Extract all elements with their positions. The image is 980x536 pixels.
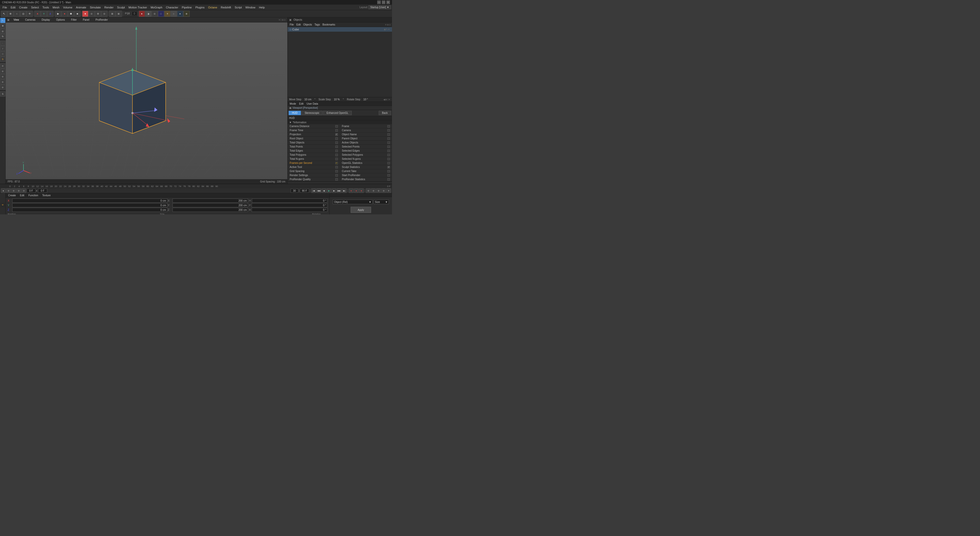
tl-next-frame[interactable]: ▶ xyxy=(332,188,336,193)
hud-tab-back[interactable]: Back xyxy=(379,111,391,115)
hud-camera-check[interactable] xyxy=(387,129,390,132)
menu-volume[interactable]: Volume xyxy=(62,5,74,10)
hud-grid-spacing-check[interactable] xyxy=(335,170,338,173)
maximize-btn[interactable]: □ xyxy=(382,0,385,4)
hud-prorender-stats-check[interactable] xyxy=(387,178,390,181)
size-z-input[interactable] xyxy=(172,208,248,212)
rotate-tool-btn[interactable]: ◎ xyxy=(20,11,26,17)
icon8-btn[interactable]: ⊕ xyxy=(183,11,189,17)
tl-play[interactable]: ▶ xyxy=(327,188,331,193)
left-btn-8[interactable]: ⊙ xyxy=(0,74,5,79)
size-dropdown[interactable]: Size ▼ xyxy=(374,200,389,204)
cube-3d[interactable] xyxy=(89,62,176,144)
coord-tab-create[interactable]: Create xyxy=(6,194,18,197)
coord-tab-texture[interactable]: Texture xyxy=(41,194,52,197)
left-btn-points[interactable]: · xyxy=(0,41,5,46)
tl-key-point[interactable]: ⊙ xyxy=(381,188,386,193)
info-header[interactable]: ▼ *Information xyxy=(288,120,392,124)
tl-stop-red3[interactable]: ● xyxy=(359,188,364,193)
hud-prorender-quality-check[interactable] xyxy=(335,178,338,181)
tl-auto-key[interactable]: ⊙ xyxy=(6,188,11,193)
hud-tab-hud[interactable]: HUD xyxy=(289,111,301,115)
play-btn[interactable]: ▶ xyxy=(55,11,61,17)
hud-selected-ngons-check[interactable] xyxy=(387,158,390,160)
hud-projection-check[interactable]: ✓ xyxy=(335,133,338,136)
object-cube[interactable]: □ Cube ◉✎✦ xyxy=(288,27,392,32)
tl-key-obj[interactable]: ⊙ xyxy=(371,188,375,193)
keyframe-btn[interactable]: ⏺ xyxy=(68,11,74,17)
menu-pipeline[interactable]: Pipeline xyxy=(180,5,193,10)
hud-root-object-check[interactable] xyxy=(335,137,338,140)
menu-sculpt[interactable]: Sculpt xyxy=(116,5,127,10)
tl-next-key[interactable]: ▶▶ xyxy=(337,188,342,193)
rot-p-input[interactable] xyxy=(251,203,328,207)
hud-total-ngons-check[interactable] xyxy=(335,158,338,160)
hud-current-take-check[interactable] xyxy=(387,170,390,173)
props-menu-edit[interactable]: Edit xyxy=(298,102,304,105)
left-btn-6[interactable]: ⊙ xyxy=(0,63,5,68)
left-btn-scale[interactable]: ◎ xyxy=(0,29,5,34)
coord-tab-edit[interactable]: Edit xyxy=(18,194,26,197)
left-btn-polys[interactable]: □ xyxy=(0,51,5,56)
current-frame-input[interactable] xyxy=(27,189,36,193)
rot-b-input[interactable] xyxy=(251,208,328,212)
menu-animate[interactable]: Animate xyxy=(75,5,88,10)
hud-tab-stereo[interactable]: Stereoscopic xyxy=(301,111,323,115)
menu-script[interactable]: Script xyxy=(233,5,243,10)
hud-total-edges-check[interactable] xyxy=(335,150,338,152)
left-btn-edges[interactable]: / xyxy=(0,46,5,51)
coord-tab-function[interactable]: Function xyxy=(27,194,40,197)
icon2-btn[interactable]: ◑ xyxy=(145,11,151,17)
hud-camera-distance-check[interactable] xyxy=(335,125,338,127)
end-frame-input[interactable] xyxy=(300,189,309,193)
stop-btn[interactable]: ■ xyxy=(74,11,80,17)
axis-x-btn[interactable]: X xyxy=(35,11,41,17)
hud-frame-time-check[interactable] xyxy=(335,129,338,132)
menu-edit[interactable]: Edit xyxy=(9,5,17,10)
left-btn-move[interactable]: ⊕ xyxy=(0,23,5,28)
icon3-btn[interactable]: ⊙ xyxy=(151,11,158,17)
tl-timeline-view[interactable]: ≡ xyxy=(387,188,391,193)
render-btn[interactable]: ⊙ xyxy=(89,11,95,17)
menu-file[interactable]: File xyxy=(1,5,9,10)
viewport-tab-panel[interactable]: Panel xyxy=(81,18,92,21)
record-btn[interactable]: ● xyxy=(62,11,68,17)
hud-selected-points-check[interactable] xyxy=(387,145,390,148)
window-controls[interactable]: — □ ✕ xyxy=(377,0,390,4)
ipr-btn[interactable]: ⊙ xyxy=(101,11,107,17)
hud-tab-enhanced[interactable]: Enhanced OpenGL xyxy=(323,111,352,115)
tl-del-key[interactable]: ⊙ xyxy=(16,188,21,193)
frame-range-mid[interactable] xyxy=(291,189,298,193)
render-settings-btn[interactable]: ⚙ xyxy=(95,11,101,17)
viewport-tab-display[interactable]: Display xyxy=(40,18,52,21)
icon7-btn[interactable]: ● xyxy=(177,11,183,17)
minimize-btn[interactable]: — xyxy=(377,0,381,4)
size-x-input[interactable] xyxy=(172,199,248,203)
snap-settings-btn[interactable]: ⊞ xyxy=(116,11,122,17)
left-btn-7[interactable]: ⊙ xyxy=(0,68,5,74)
select-tool-btn[interactable]: ↖ xyxy=(1,11,7,17)
hud-opengl-check[interactable] xyxy=(387,162,390,164)
apply-button[interactable]: Apply xyxy=(351,207,371,213)
left-btn-10[interactable]: ⊙ xyxy=(0,85,5,90)
tl-last-frame[interactable]: ▶| xyxy=(342,188,347,193)
pos-z-input[interactable] xyxy=(12,208,167,212)
hud-selected-polygons-check[interactable] xyxy=(387,154,390,156)
hud-total-polygons-check[interactable] xyxy=(335,154,338,156)
pos-y-input[interactable] xyxy=(12,203,167,207)
left-btn-9[interactable]: ⊙ xyxy=(0,80,5,84)
menu-create[interactable]: Create xyxy=(18,5,29,10)
menu-tools[interactable]: Tools xyxy=(41,5,51,10)
obj-menu-bookmarks[interactable]: Bookmarks xyxy=(321,23,336,26)
snap-btn[interactable]: ⊞ xyxy=(109,11,115,17)
timeline-ruler[interactable]: 0 2 4 6 8 10 12 14 16 18 20 22 24 26 28 … xyxy=(0,184,392,188)
tl-key-all[interactable]: ⊙ xyxy=(366,188,371,193)
hud-parent-object-check[interactable] xyxy=(387,137,390,140)
obj-menu-tags[interactable]: Tags xyxy=(313,23,321,26)
menu-mesh[interactable]: Mesh xyxy=(51,5,61,10)
tl-prev-frame[interactable]: ◀ xyxy=(321,188,326,193)
size-y-input[interactable] xyxy=(172,203,248,207)
hud-object-name-check[interactable] xyxy=(387,133,390,136)
viewport-tab-options[interactable]: Options xyxy=(54,18,67,21)
menu-mograph[interactable]: MoGraph xyxy=(149,5,164,10)
